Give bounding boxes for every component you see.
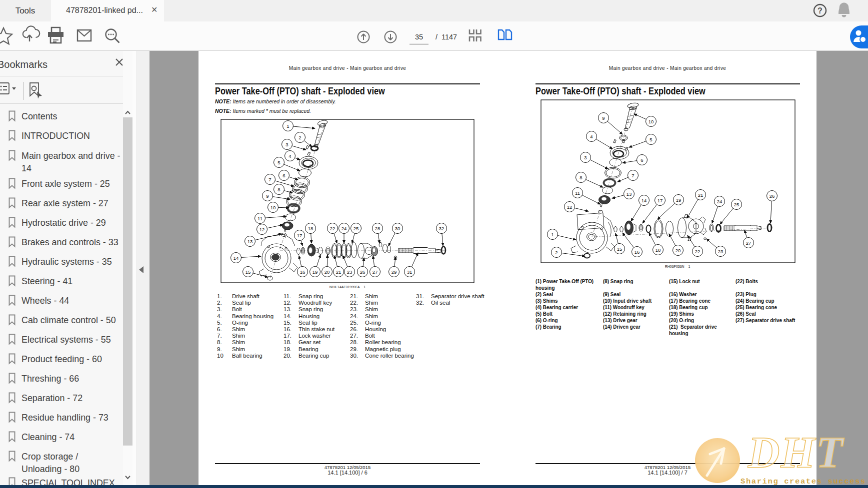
svg-text:1: 1 xyxy=(551,232,554,237)
svg-text:10: 10 xyxy=(270,205,276,210)
svg-text:25: 25 xyxy=(354,226,359,231)
svg-text:30: 30 xyxy=(395,226,400,231)
svg-text:2: 2 xyxy=(555,250,558,255)
svg-text:4: 4 xyxy=(590,134,592,139)
svg-text:27: 27 xyxy=(372,269,378,275)
svg-text:8: 8 xyxy=(580,175,582,180)
svg-text:32: 32 xyxy=(439,226,444,231)
svg-text:35: 35 xyxy=(415,33,423,41)
svg-text:16: 16 xyxy=(300,269,306,275)
svg-text:24: 24 xyxy=(717,199,722,204)
svg-text:16: 16 xyxy=(634,249,640,255)
svg-text:21: 21 xyxy=(336,269,342,275)
svg-text:18: 18 xyxy=(308,226,314,231)
svg-text:24: 24 xyxy=(342,226,347,231)
svg-text:26: 26 xyxy=(360,269,366,275)
svg-text:11: 11 xyxy=(258,216,262,221)
svg-text:12: 12 xyxy=(567,204,572,210)
svg-text:1147: 1147 xyxy=(442,33,457,41)
svg-text:7: 7 xyxy=(268,177,271,182)
svg-text:2: 2 xyxy=(298,135,301,140)
svg-text:31: 31 xyxy=(407,269,412,275)
svg-text:12: 12 xyxy=(260,227,265,232)
svg-text:20: 20 xyxy=(324,269,330,275)
svg-text:15: 15 xyxy=(246,269,251,275)
svg-text:6: 6 xyxy=(640,157,643,163)
svg-text:9: 9 xyxy=(602,115,604,121)
svg-text:19: 19 xyxy=(676,197,682,203)
svg-text:23: 23 xyxy=(718,249,724,254)
svg-text:1: 1 xyxy=(286,123,289,129)
svg-text:10: 10 xyxy=(648,119,654,124)
svg-text:15: 15 xyxy=(617,246,622,252)
svg-text:3: 3 xyxy=(584,155,586,160)
svg-text:11: 11 xyxy=(575,190,580,196)
svg-text:7: 7 xyxy=(632,173,634,178)
svg-text:3: 3 xyxy=(286,142,288,147)
svg-text:14: 14 xyxy=(642,198,647,203)
svg-text:8: 8 xyxy=(278,187,280,192)
svg-text:22: 22 xyxy=(330,226,336,231)
svg-text:20: 20 xyxy=(676,248,681,253)
svg-text:28: 28 xyxy=(375,226,380,231)
svg-text:14: 14 xyxy=(234,255,239,261)
svg-text:21: 21 xyxy=(698,192,704,198)
svg-text:/: / xyxy=(436,33,438,41)
svg-text:27: 27 xyxy=(746,240,752,246)
svg-text:17: 17 xyxy=(297,233,302,238)
svg-text:6: 6 xyxy=(282,173,285,178)
svg-text:26: 26 xyxy=(770,193,775,199)
svg-text:23: 23 xyxy=(347,269,352,275)
svg-text:18: 18 xyxy=(656,247,661,253)
svg-text:5: 5 xyxy=(278,160,280,165)
svg-text:?: ? xyxy=(818,6,822,15)
svg-text:29: 29 xyxy=(392,269,397,275)
svg-text:9: 9 xyxy=(266,193,268,199)
svg-text:4: 4 xyxy=(288,153,291,159)
svg-text:13: 13 xyxy=(626,191,632,197)
svg-text:13: 13 xyxy=(248,239,253,244)
svg-text:22: 22 xyxy=(695,249,700,254)
svg-text:5: 5 xyxy=(650,137,652,142)
svg-text:19: 19 xyxy=(312,269,318,275)
svg-text:25: 25 xyxy=(734,202,740,207)
svg-text:17: 17 xyxy=(658,198,663,203)
